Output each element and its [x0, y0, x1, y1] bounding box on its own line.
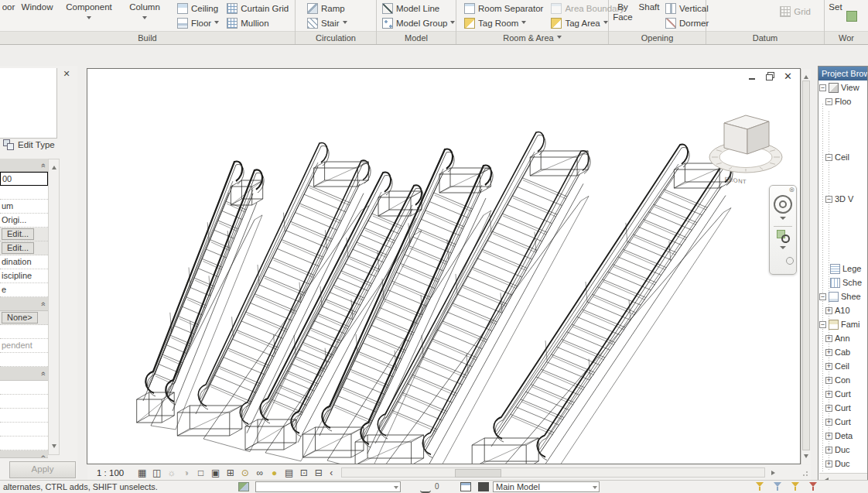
expand-node-icon[interactable]: +	[825, 307, 832, 314]
tag-room-button[interactable]: Tag Room	[462, 15, 545, 30]
crop-view-icon[interactable]: ▣	[208, 467, 223, 478]
tree-item[interactable]: −Ceil	[818, 150, 867, 164]
type-selector[interactable]	[0, 68, 57, 139]
scale-icon[interactable]: ▦	[135, 467, 149, 478]
collapse-node-icon[interactable]: −	[819, 321, 826, 328]
design-option-combobox[interactable]: Main Model	[493, 481, 600, 492]
model-line-button[interactable]: Model Line	[380, 1, 457, 15]
expand-node-icon[interactable]: +	[825, 363, 832, 370]
expand-node-icon[interactable]: +	[825, 349, 832, 356]
select-underlay-icon[interactable]	[772, 481, 784, 491]
collapse-icon[interactable]: ‹	[326, 467, 337, 478]
scroll-down-icon[interactable]	[804, 454, 808, 460]
expand-node-icon[interactable]: +	[825, 419, 832, 426]
escalator-wireframe[interactable]	[472, 144, 733, 464]
chevron-down-icon[interactable]	[780, 217, 786, 223]
property-group-header[interactable]: »	[0, 159, 48, 172]
tree-item[interactable]: −3D V	[818, 192, 867, 206]
big-button-oor[interactable]: oor	[2, 0, 15, 12]
collapse-node-icon[interactable]: −	[825, 154, 832, 161]
expand-node-icon[interactable]: +	[825, 460, 832, 467]
escalator-wireframe[interactable]	[245, 172, 423, 460]
room-separator-button[interactable]: Room Separator	[462, 1, 545, 15]
collapse-node-icon[interactable]: −	[819, 293, 826, 300]
close-icon[interactable]: ✕	[783, 72, 793, 80]
tree-item[interactable]: Lege	[818, 262, 867, 276]
temporary-view-properties-icon[interactable]: ▤	[282, 467, 296, 478]
expand-node-icon[interactable]: +	[825, 405, 832, 412]
properties-scrollbar[interactable]	[48, 159, 60, 455]
show-work-plane-icon[interactable]	[846, 11, 857, 22]
scrollbar-thumb[interactable]	[455, 469, 501, 478]
editable-only-icon[interactable]	[420, 482, 431, 493]
floor-button[interactable]: Floor	[175, 15, 221, 30]
project-browser-title[interactable]: Project Brow	[818, 67, 867, 80]
curtain-grid-button[interactable]: Curtain Grid	[224, 1, 291, 15]
dormer-button[interactable]: Dormer	[663, 15, 711, 30]
drawing-area[interactable]: FRONT	[87, 68, 801, 464]
collapse-icon[interactable]: »	[39, 163, 47, 168]
active-only-icon[interactable]	[478, 482, 489, 491]
select-pinned-icon[interactable]	[790, 481, 801, 491]
ramp-button[interactable]: Ramp	[305, 1, 350, 15]
big-button-component[interactable]: Component	[59, 0, 119, 22]
close-icon[interactable]: ⊗	[788, 187, 795, 193]
restore-icon[interactable]	[765, 72, 775, 80]
tree-item[interactable]: +Duc	[818, 457, 867, 471]
expand-node-icon[interactable]: +	[825, 447, 832, 454]
big-button-column[interactable]: Column	[121, 0, 169, 22]
stair-button[interactable]: Stair	[305, 15, 350, 30]
tree-item[interactable]: +Con	[818, 373, 867, 387]
model-group-button[interactable]: Model Group	[380, 15, 457, 30]
ceiling-button[interactable]: Ceiling	[175, 1, 221, 15]
edit-type-button[interactable]: Edit Type	[3, 139, 55, 150]
lock-view-icon[interactable]: ⊙	[238, 467, 252, 478]
expand-node-icon[interactable]: +	[825, 433, 832, 440]
mullion-button[interactable]: Mullion	[224, 15, 291, 30]
collapse-icon[interactable]: »	[39, 302, 47, 306]
filter-icon[interactable]	[754, 481, 766, 491]
reveal-hidden-icon[interactable]: ●	[267, 467, 282, 478]
chevron-down-icon[interactable]	[780, 246, 786, 252]
tree-item[interactable]: +Curt	[818, 401, 867, 415]
tree-item[interactable]: +A10	[818, 303, 867, 317]
big-button-window[interactable]: Window	[17, 0, 57, 12]
property-row[interactable]: 00	[0, 172, 48, 186]
tree-item[interactable]: +Cab	[818, 345, 867, 359]
expand-node-icon[interactable]: +	[825, 377, 832, 384]
vertical-opening-button[interactable]: Vertical	[663, 1, 711, 15]
tree-item[interactable]: +Duc	[818, 443, 867, 457]
temporary-hide-icon[interactable]: ∞	[252, 467, 267, 478]
minimize-icon[interactable]	[747, 72, 757, 80]
viewcube[interactable]: FRONT	[709, 115, 782, 186]
crop-region-icon[interactable]: ⊞	[223, 467, 238, 478]
property-row[interactable]: Edit...	[0, 241, 48, 255]
property-group-header[interactable]: »	[0, 450, 48, 458]
tree-item[interactable]: +Ann	[818, 331, 867, 345]
property-row[interactable]: None>	[0, 311, 48, 325]
tree-item[interactable]: −View	[818, 80, 867, 94]
property-value-button[interactable]: Edit...	[2, 242, 34, 254]
scroll-up-icon[interactable]	[52, 163, 56, 169]
displacement-icon[interactable]: ⊟	[311, 467, 326, 478]
close-icon[interactable]: ✕	[61, 69, 72, 79]
tree-item[interactable]: +Curt	[818, 415, 867, 429]
scrollbar-thumb[interactable]	[802, 80, 810, 450]
expand-node-icon[interactable]: +	[825, 335, 832, 342]
pan-icon[interactable]	[786, 257, 794, 265]
set-work-plane-button[interactable]: Set	[826, 0, 845, 12]
tree-item[interactable]: +Deta	[818, 429, 867, 443]
property-group-header[interactable]: »	[0, 297, 48, 311]
scroll-right-icon[interactable]	[771, 471, 777, 475]
tree-item[interactable]: Sche	[818, 276, 867, 289]
collapse-icon[interactable]: »	[39, 371, 47, 376]
rendering-icon[interactable]: □	[193, 467, 208, 478]
visual-style-icon[interactable]: ◫	[149, 467, 164, 478]
tree-item[interactable]: −Floo	[818, 94, 867, 108]
property-group-header[interactable]: »	[0, 367, 48, 381]
tree-item[interactable]: −Shee	[818, 289, 867, 303]
analytical-model-icon[interactable]: ⊡	[296, 467, 311, 478]
by-face-button[interactable]: ByFace	[610, 0, 635, 22]
horizontal-scrollbar[interactable]	[341, 467, 765, 478]
tree-item[interactable]: +Ceil	[818, 359, 867, 373]
